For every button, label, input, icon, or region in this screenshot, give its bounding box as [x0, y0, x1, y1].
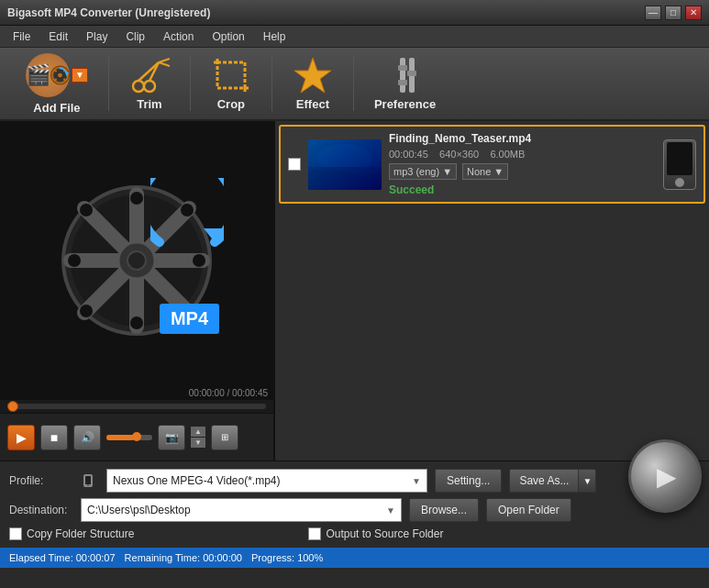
aspect-button[interactable]: ⊞: [211, 425, 238, 450]
convert-button[interactable]: [628, 439, 702, 513]
menu-clip[interactable]: Clip: [116, 28, 154, 45]
file-duration: 00:00:45: [389, 149, 428, 160]
copy-folder-label: Copy Folder Structure: [27, 527, 134, 540]
svg-point-39: [317, 144, 372, 172]
window-controls[interactable]: — □ ✕: [645, 6, 702, 20]
menu-edit[interactable]: Edit: [39, 28, 77, 45]
minimize-button[interactable]: —: [645, 6, 661, 20]
menu-play[interactable]: Play: [77, 28, 116, 45]
menu-action[interactable]: Action: [154, 28, 203, 45]
svg-rect-21: [398, 65, 407, 71]
menu-option[interactable]: Option: [203, 28, 253, 45]
file-name: Finding_Nemo_Teaser.mp4: [389, 132, 656, 145]
crop-button[interactable]: Crop: [194, 50, 268, 118]
time-display: 00:00:00 / 00:00:45: [189, 388, 268, 398]
play-button[interactable]: ▶: [7, 425, 35, 450]
file-thumbnail: [308, 139, 382, 190]
volume-thumb[interactable]: [132, 432, 141, 441]
file-list-panel: Finding_Nemo_Teaser.mp4 00:00:45 640×360…: [275, 121, 709, 460]
add-file-dropdown[interactable]: ▼: [72, 68, 88, 83]
wrench-icon: [385, 57, 426, 94]
separator-2: [190, 56, 191, 111]
preference-button[interactable]: Preference: [358, 50, 452, 118]
effect-label: Effect: [296, 97, 329, 111]
bottom-controls: Profile: Nexus One MPEG-4 Video(*.mp4) ▼…: [0, 460, 709, 548]
file-checkbox[interactable]: [288, 158, 301, 171]
copy-folder-checkbox-item[interactable]: Copy Folder Structure: [9, 527, 134, 540]
open-folder-button[interactable]: Open Folder: [486, 498, 571, 522]
scissors-icon: [129, 57, 170, 94]
profile-label: Profile:: [9, 474, 73, 487]
save-as-dropdown-arrow[interactable]: ▼: [578, 469, 596, 493]
profile-dropdown[interactable]: Nexus One MPEG-4 Video(*.mp4) ▼: [106, 469, 427, 493]
svg-rect-24: [407, 71, 416, 76]
seek-bar[interactable]: [7, 404, 266, 409]
mp4-badge: MP4: [160, 304, 219, 334]
phone-screen: [667, 142, 692, 175]
menu-help[interactable]: Help: [254, 28, 295, 45]
subtitle-dropdown[interactable]: None ▼: [462, 163, 508, 180]
svg-point-9: [144, 81, 155, 92]
save-as-group: Save As... ▼: [509, 469, 596, 493]
svg-point-36: [80, 305, 93, 317]
svg-rect-20: [400, 58, 405, 93]
separator-1: [108, 56, 109, 111]
crop-icon: [211, 57, 251, 94]
status-bar: Elapsed Time: 00:00:07 Remaining Time: 0…: [0, 548, 709, 568]
svg-line-13: [159, 62, 170, 66]
browse-button[interactable]: Browse...: [409, 498, 479, 522]
svg-point-2: [58, 72, 62, 77]
preference-label: Preference: [374, 97, 436, 111]
toolbar: ▼ Add File Trim: [0, 48, 709, 121]
add-file-label: Add File: [33, 101, 80, 115]
copy-folder-checkbox[interactable]: [9, 527, 22, 540]
svg-point-28: [127, 251, 146, 270]
phone-icon: [663, 139, 696, 190]
settings-button[interactable]: Setting...: [435, 469, 502, 493]
output-source-checkbox-item[interactable]: Output to Source Folder: [308, 527, 443, 540]
svg-rect-22: [398, 80, 407, 85]
phone-button: [675, 178, 684, 187]
destination-dropdown[interactable]: C:\Users\psl\Desktop ▼: [81, 498, 402, 522]
star-icon: [293, 57, 333, 94]
elapsed-time: Elapsed Time: 00:00:07: [9, 552, 116, 563]
destination-row: Destination: C:\Users\psl\Desktop ▼ Brow…: [9, 498, 700, 522]
file-info: Finding_Nemo_Teaser.mp4 00:00:45 640×360…: [389, 132, 656, 196]
volume-button[interactable]: 🔊: [73, 425, 101, 450]
add-file-button[interactable]: ▼ Add File: [9, 46, 105, 122]
seek-thumb[interactable]: [7, 401, 18, 412]
output-source-checkbox[interactable]: [308, 527, 321, 540]
maximize-button[interactable]: □: [665, 6, 681, 20]
svg-rect-42: [85, 476, 91, 484]
separator-4: [353, 56, 354, 111]
preview-area: MP4 00:00:00 / 00:00:45: [0, 121, 273, 400]
svg-line-10: [138, 62, 159, 81]
svg-point-31: [68, 254, 81, 267]
screenshot-button[interactable]: 📷: [158, 425, 185, 450]
save-as-button[interactable]: Save As...: [509, 469, 578, 493]
trim-label: Trim: [137, 97, 161, 111]
destination-value: C:\Users\psl\Desktop: [87, 504, 191, 516]
volume-slider[interactable]: [106, 435, 152, 440]
svg-point-8: [133, 81, 144, 92]
stop-button[interactable]: ■: [40, 425, 68, 450]
checkbox-row: Copy Folder Structure Output to Source F…: [9, 527, 700, 540]
menu-bar: File Edit Play Clip Action Option Help: [0, 26, 709, 48]
audio-dropdown[interactable]: mp3 (eng) ▼: [389, 163, 457, 180]
effect-button[interactable]: Effect: [276, 50, 349, 118]
close-button[interactable]: ✕: [685, 6, 702, 20]
bottom-area: Profile: Nexus One MPEG-4 Video(*.mp4) ▼…: [0, 460, 709, 568]
menu-file[interactable]: File: [4, 28, 39, 45]
file-size: 6.00MB: [490, 149, 525, 160]
updown-controls[interactable]: ▲ ▼: [191, 427, 205, 448]
file-item: Finding_Nemo_Teaser.mp4 00:00:45 640×360…: [279, 125, 705, 204]
trim-button[interactable]: Trim: [113, 50, 186, 118]
file-status: Succeed: [389, 183, 656, 196]
svg-point-5: [55, 78, 57, 80]
up-button[interactable]: ▲: [191, 427, 205, 437]
app-title: Bigasoft MP4 Converter (Unregistered): [7, 6, 210, 19]
destination-label: Destination:: [9, 504, 73, 516]
svg-point-43: [87, 484, 89, 486]
down-button[interactable]: ▼: [191, 438, 205, 448]
seekbar-area: [0, 400, 273, 413]
